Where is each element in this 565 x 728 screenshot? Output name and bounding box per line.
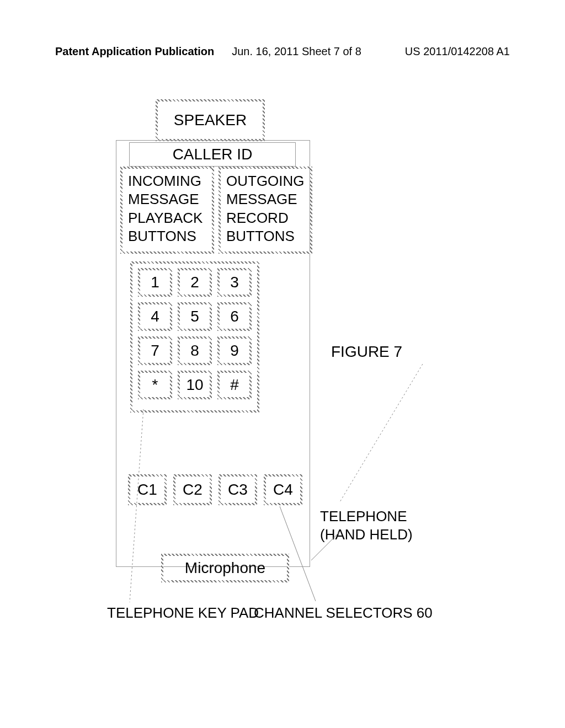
outgoing-message-buttons: OUTGOING MESSAGE RECORD BUTTONS [218, 167, 312, 254]
channel-c4[interactable]: C4 [264, 474, 302, 505]
key-star[interactable]: * [138, 371, 172, 399]
speaker-block: SPEAKER [156, 99, 265, 141]
key-8[interactable]: 8 [178, 336, 212, 365]
channel-selectors: C1 C2 C3 C4 [128, 474, 302, 505]
svg-line-0 [130, 409, 143, 602]
key-2[interactable]: 2 [178, 268, 212, 297]
svg-line-3 [311, 532, 340, 560]
key-3[interactable]: 3 [217, 268, 252, 297]
svg-line-1 [340, 364, 423, 502]
key-hash[interactable]: # [217, 371, 252, 399]
key-5[interactable]: 5 [178, 302, 212, 331]
incoming-message-buttons: INCOMING MESSAGE PLAYBACK BUTTONS [120, 167, 214, 254]
key-1[interactable]: 1 [138, 268, 172, 297]
microphone-block: Microphone [161, 554, 289, 582]
lead-line-keypad [127, 409, 149, 607]
key-9[interactable]: 9 [217, 336, 252, 365]
page-header: Patent Application Publication Jun. 16, … [55, 45, 510, 58]
header-right: US 2011/0142208 A1 [405, 45, 510, 58]
lead-line-figure [334, 364, 428, 507]
key-7[interactable]: 7 [138, 336, 172, 365]
header-center: Jun. 16, 2011 Sheet 7 of 8 [232, 45, 361, 58]
channel-selectors-label: CHANNEL SELECTORS 60 [254, 604, 433, 622]
key-4[interactable]: 4 [138, 302, 172, 331]
lead-line-phone [309, 529, 342, 563]
key-0[interactable]: 10 [178, 371, 212, 399]
figure-number: FIGURE 7 [331, 343, 402, 361]
channel-c3[interactable]: C3 [218, 474, 257, 505]
channel-c2[interactable]: C2 [173, 474, 212, 505]
key-6[interactable]: 6 [217, 302, 252, 331]
header-left: Patent Application Publication [55, 45, 214, 58]
keypad: 1 2 3 4 5 6 7 8 9 * 10 # [130, 261, 259, 413]
